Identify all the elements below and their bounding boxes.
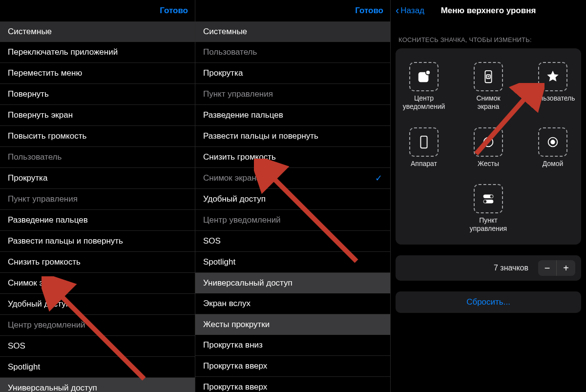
list-item-label: Переключатель приложений	[8, 47, 118, 57]
list-item[interactable]: Прокрутка	[195, 63, 390, 84]
list-item[interactable]: Развести пальцы и повернуть	[0, 231, 195, 252]
list-item-label: Снимок экрана	[8, 278, 65, 288]
toggles-icon	[474, 184, 503, 213]
list-item[interactable]: Spotlight	[0, 357, 195, 378]
list-item[interactable]: Удобный доступ	[195, 189, 390, 210]
list-item[interactable]: Повернуть	[0, 84, 195, 105]
list-item[interactable]: Экран вслух	[195, 293, 390, 314]
list-item-label: Снизить громкость	[8, 257, 81, 267]
list-item[interactable]: Удобный доступ	[0, 294, 195, 315]
list-item-label: Повысить громкость	[8, 131, 86, 141]
done-button[interactable]: Готово	[355, 6, 383, 16]
actions-list[interactable]: СистемныеПереключатель приложенийПеремес…	[0, 21, 195, 392]
list-item[interactable]: Повернуть экран	[0, 105, 195, 126]
list-item-label: Системные	[203, 27, 247, 37]
icon-count-row: 7 значков − +	[396, 255, 581, 281]
list-item[interactable]: Снимок экрана	[0, 273, 195, 294]
grid-cell-label: Жесты	[478, 160, 499, 168]
done-button[interactable]: Готово	[160, 6, 188, 16]
grid-cell-label: Пользователь	[531, 94, 575, 103]
svg-point-9	[487, 141, 489, 143]
list-item[interactable]: Переключатель приложений	[0, 42, 195, 63]
list-item-label: Повернуть	[8, 89, 49, 99]
svg-point-3	[426, 70, 430, 75]
back-button[interactable]: ‹Назад	[396, 5, 424, 16]
list-item[interactable]: Пункт управления	[0, 189, 195, 210]
screenshot-icon	[474, 62, 503, 91]
reset-button[interactable]: Сбросить...	[396, 291, 581, 313]
list-item[interactable]: Прокрутка вверх	[195, 356, 390, 377]
page-title: Меню верхнего уровня	[441, 6, 536, 16]
list-item-label: Развести пальцы и повернуть	[8, 236, 123, 246]
list-item[interactable]: SOS	[195, 231, 390, 252]
list-item-label: Повернуть экран	[8, 110, 73, 120]
list-item-label: SOS	[8, 341, 25, 351]
navbar: Готово	[195, 0, 390, 21]
list-item[interactable]: Прокрутка вверх	[195, 377, 390, 392]
list-item-label: Прокрутка вниз	[203, 340, 263, 350]
grid-cell-label: Снимок экрана	[466, 94, 510, 111]
section-hint: КОСНИТЕСЬ ЗНАЧКА, ЧТОБЫ ИЗМЕНИТЬ:	[391, 21, 586, 48]
grid-cell[interactable]: Аппарат	[402, 127, 446, 168]
list-item[interactable]: Прокрутка	[0, 168, 195, 189]
checkmark-icon: ✓	[375, 173, 382, 184]
list-item-label: Универсальный доступ	[8, 383, 97, 392]
navbar: Готово	[0, 0, 195, 21]
grid-cell[interactable]: Пользователь	[531, 62, 575, 111]
list-item[interactable]: Пункт управления	[195, 84, 390, 105]
list-item[interactable]: Пользователь	[195, 42, 390, 63]
list-item[interactable]: Развести пальцы и повернуть	[195, 126, 390, 147]
svg-point-6	[488, 76, 489, 78]
svg-point-11	[550, 140, 555, 144]
list-item[interactable]: Повысить громкость	[0, 126, 195, 147]
list-item[interactable]: Переместить меню	[0, 63, 195, 84]
grid-cell[interactable]: Центр уведомлений	[402, 62, 446, 111]
icon-grid: Центр уведомленийСнимок экранаПользовате…	[400, 62, 576, 233]
list-item-label: Жесты прокрутки	[203, 320, 270, 330]
list-item-label: Разведение пальцев	[203, 110, 283, 120]
list-item[interactable]: Центр уведомлений	[195, 210, 390, 231]
list-item-label: Системные	[8, 27, 52, 37]
list-item[interactable]: Снизить громкость	[195, 147, 390, 168]
stepper-minus[interactable]: −	[538, 260, 557, 276]
grid-cell-label: Пункт управления	[466, 216, 510, 233]
list-item-label: Удобный доступ	[203, 194, 266, 204]
list-item-label: Переместить меню	[8, 68, 82, 78]
actions-list[interactable]: СистемныеПользовательПрокруткаПункт упра…	[195, 21, 390, 392]
list-item-label: Пользователь	[203, 47, 257, 57]
list-item: Системные	[195, 21, 390, 42]
list-item: Универсальный доступ	[0, 378, 195, 392]
pane-actions-2: Готово СистемныеПользовательПрокруткаПун…	[195, 0, 391, 392]
home-icon	[538, 127, 567, 157]
list-item[interactable]: Пользователь	[0, 147, 195, 168]
list-item[interactable]: Центр уведомлений	[0, 315, 195, 336]
grid-cell-label: Центр уведомлений	[402, 94, 446, 111]
list-item-label: Пользователь	[8, 152, 62, 162]
list-item-label: Экран вслух	[203, 299, 251, 309]
count-stepper: − +	[538, 260, 575, 276]
list-item-label: Центр уведомлений	[203, 215, 281, 225]
list-item[interactable]: Разведение пальцев	[0, 210, 195, 231]
list-item[interactable]: Прокрутка вниз	[195, 335, 390, 356]
chevron-left-icon: ‹	[396, 5, 399, 16]
list-item[interactable]: Снимок экрана✓	[195, 168, 390, 189]
list-item[interactable]: Разведение пальцев	[195, 105, 390, 126]
list-item[interactable]: SOS	[0, 336, 195, 357]
stepper-plus[interactable]: +	[557, 260, 575, 276]
list-item[interactable]: Снизить громкость	[0, 252, 195, 273]
viewport: Готово СистемныеПереключатель приложений…	[0, 0, 586, 392]
list-item-label: Прокрутка	[203, 68, 243, 78]
svg-point-13	[490, 195, 493, 198]
list-item-label: Снизить громкость	[203, 152, 276, 162]
grid-cell[interactable]: Пункт управления	[466, 184, 510, 233]
svg-rect-7	[420, 136, 427, 147]
grid-cell[interactable]: Жесты	[466, 127, 510, 168]
list-item-label: Пункт управления	[8, 194, 78, 204]
list-item[interactable]: Spotlight	[195, 252, 390, 273]
star-icon	[538, 62, 567, 91]
list-item: Универсальный доступ	[195, 273, 390, 293]
grid-cell[interactable]: Домой	[531, 127, 575, 168]
grid-cell[interactable]: Снимок экрана	[466, 62, 510, 111]
device-icon	[409, 127, 439, 157]
grid-cell-label: Аппарат	[411, 160, 437, 168]
